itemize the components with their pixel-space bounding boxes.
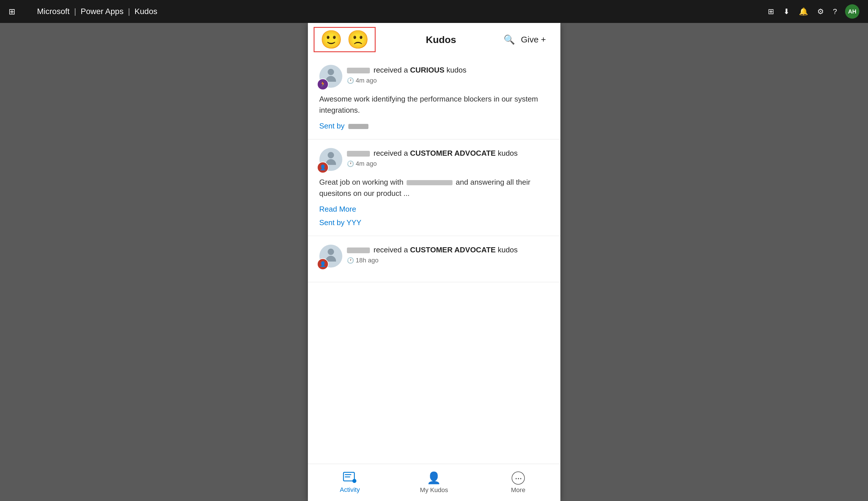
happy-emoji: 🙂 [320,31,342,49]
activity-label: Activity [340,486,360,493]
more-label: More [511,486,525,494]
kudos-card-2: 👤 received a CUSTOMER ADVOCATE kudos 🕐 4… [308,139,561,236]
feed-container: 🏃 received a CURIOUS kudos 🕐 4m ago [308,56,561,464]
kudos-title: Kudos [426,34,456,45]
logo-blue [21,12,26,17]
card-2-receiver-blurred [347,151,370,157]
card-3-avatar-container: 👤 [320,245,342,268]
settings-icon[interactable]: ⚙ [816,6,825,17]
bottom-nav-activity[interactable]: Activity [308,464,392,501]
more-icon: ··· [512,471,525,484]
person-head [328,69,334,75]
card-3-receiver-blurred [347,247,370,253]
card-2-header: 👤 received a CUSTOMER ADVOCATE kudos 🕐 4… [320,148,549,171]
notification-icon[interactable]: 🔔 [798,6,809,17]
logo-red [21,6,26,11]
card-1-sender-blurred [348,124,368,129]
card-3-info: received a CUSTOMER ADVOCATE kudos 🕐 18h… [347,245,549,264]
read-more-link-2[interactable]: Read More [320,205,549,214]
grid-icon[interactable]: ⊞ [9,7,15,17]
top-navigation: ⊞ Microsoft | Power Apps | Kudos ⊞ ⬇ 🔔 ⚙… [0,0,868,23]
svg-point-3 [352,479,356,483]
card-2-info: received a CUSTOMER ADVOCATE kudos 🕐 4m … [347,148,549,168]
activity-icon-svg [343,472,357,483]
activity-icon [342,472,357,484]
nav-separator: | [74,7,76,16]
microsoft-logo [21,6,32,17]
kudos-card-1: 🏃 received a CURIOUS kudos 🕐 4m ago [308,56,561,139]
search-button[interactable]: 🔍 [504,34,515,45]
card-2-time: 🕐 4m ago [347,160,549,168]
person-head-2 [328,152,334,158]
sad-emoji: 🙁 [347,31,369,49]
help-icon[interactable]: ? [832,6,838,17]
clock-icon-2: 🕐 [347,160,354,167]
card-1-title: received a CURIOUS kudos [347,65,549,75]
card-2-avatar-container: 👤 [320,148,342,171]
download-icon[interactable]: ⬇ [782,6,791,17]
app-panel: 🙂 🙁 Kudos 🔍 Give + [308,23,561,501]
my-kudos-icon: 👤 [427,471,441,484]
clock-icon-3: 🕐 [347,257,354,264]
give-plus-icon: + [541,35,546,44]
card-1-sent-by[interactable]: Sent by [320,121,549,130]
logo-green [27,6,32,11]
nav-brand-text: Microsoft | Power Apps | Kudos [37,7,157,16]
card-3-header: 👤 received a CUSTOMER ADVOCATE kudos 🕐 1… [320,245,549,268]
card-1-header: 🏃 received a CURIOUS kudos 🕐 4m ago [320,65,549,88]
main-content: 🙂 🙁 Kudos 🔍 Give + [0,23,868,501]
card-1-message: Awesome work identifying the performance… [320,94,549,116]
card-2-title: received a CUSTOMER ADVOCATE kudos [347,148,549,158]
nav-right-icons: ⊞ ⬇ 🔔 ⚙ ? AH [767,4,859,19]
bottom-nav-my-kudos[interactable]: 👤 My Kudos [392,464,476,501]
clock-icon-1: 🕐 [347,77,354,84]
bottom-nav-more[interactable]: ··· More [476,464,560,501]
bottom-navigation: Activity 👤 My Kudos ··· More [308,464,561,501]
card-2-badge: 👤 [317,162,328,173]
logo-yellow [27,12,32,17]
card-3-time: 🕐 18h ago [347,257,549,264]
card-3-title: received a CUSTOMER ADVOCATE kudos [347,245,549,255]
user-avatar-nav[interactable]: AH [845,4,859,19]
card-1-avatar-container: 🏃 [320,65,342,88]
emoji-header-section: 🙂 🙁 Kudos 🔍 Give + [308,23,561,56]
card-1-time: 🕐 4m ago [347,77,549,84]
card-1-receiver-blurred [347,68,370,73]
emoji-bordered-box: 🙂 🙁 [314,27,376,52]
card-2-blurred-name [407,180,452,185]
person-head-3 [328,249,334,255]
card-3-badge: 👤 [317,258,328,270]
kudos-card-3: 👤 received a CUSTOMER ADVOCATE kudos 🕐 1… [308,236,561,282]
card-1-info: received a CURIOUS kudos 🕐 4m ago [347,65,549,84]
share-icon[interactable]: ⊞ [767,6,775,17]
card-2-sent-by[interactable]: Sent by YYY [320,218,549,227]
my-kudos-label: My Kudos [420,486,448,494]
give-button[interactable]: Give + [521,35,546,44]
card-1-badge: 🏃 [317,78,328,90]
card-2-message: Great job on working with and answering … [320,177,549,199]
